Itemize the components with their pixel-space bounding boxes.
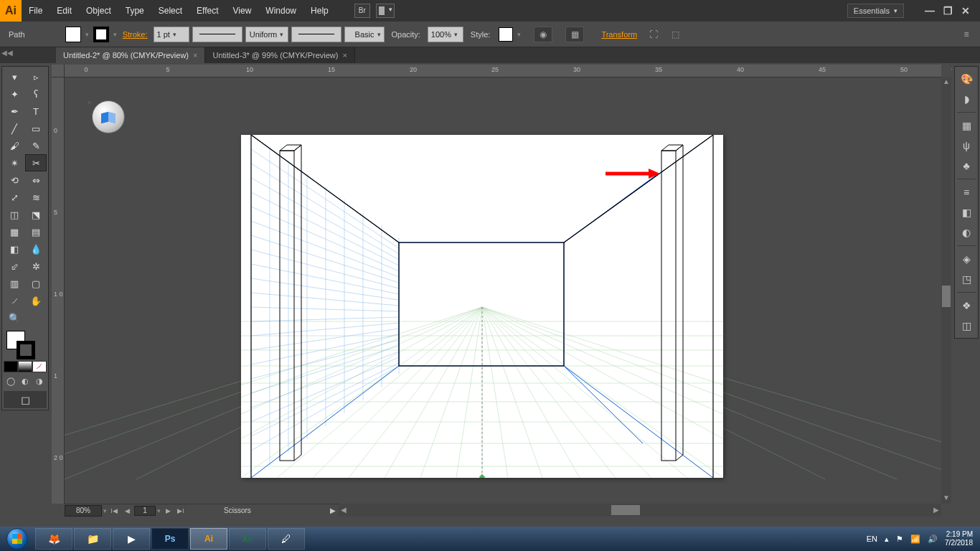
perspective-grid-tool[interactable]: ▦ (4, 223, 25, 240)
minimize-button[interactable]: — (925, 5, 935, 17)
pen-tool[interactable]: ✒ (4, 103, 25, 120)
workspace-switcher[interactable]: Essentials (847, 4, 904, 18)
vertical-scroll-thumb[interactable] (942, 286, 951, 307)
gradient-tool[interactable]: ◧ (4, 240, 25, 258)
profile-dropdown[interactable]: Uniform (245, 27, 288, 42)
horizontal-ruler[interactable]: 0 5 10 15 20 25 30 35 40 45 50 (65, 65, 941, 77)
menu-select[interactable]: Select (151, 0, 189, 22)
brush-dropdown[interactable]: Basic (344, 27, 385, 42)
horizontal-scroll-thumb[interactable] (611, 505, 640, 515)
document-viewport[interactable]: × (65, 77, 941, 504)
prev-artboard-button[interactable]: ◀ (121, 506, 133, 516)
rectangle-tool[interactable]: ▭ (25, 120, 47, 137)
variable-width-profile[interactable] (192, 27, 242, 42)
tray-volume-icon[interactable]: 🔊 (928, 534, 938, 544)
slice-tool[interactable]: ⟋ (4, 292, 25, 309)
align-panel-button[interactable]: ▦ (565, 27, 584, 42)
layers-panel-icon[interactable]: ❖ (956, 296, 976, 315)
perspective-plane-widget[interactable] (92, 100, 125, 133)
blob-brush-tool[interactable]: ✴ (4, 154, 25, 171)
symbols-panel-icon[interactable]: ♣ (956, 156, 976, 175)
type-tool[interactable]: T (25, 103, 47, 120)
collapse-tools-icon[interactable]: ◀◀ (1, 49, 10, 57)
document-tab-1[interactable]: Untitled-2* @ 80% (CMYK/Preview) × (56, 47, 205, 63)
taskbar-photoshop[interactable]: Ps (151, 528, 189, 550)
tray-language[interactable]: EN (867, 534, 877, 543)
eraser-scissors-tool[interactable]: ✂ (25, 154, 47, 171)
draw-modes[interactable]: ◯◐◑ (4, 374, 47, 388)
zoom-tool[interactable]: 🔍 (4, 309, 25, 326)
last-artboard-button[interactable]: ▶I (175, 506, 187, 516)
lasso-tool[interactable]: ʕ (25, 85, 47, 103)
menu-view[interactable]: View (226, 0, 259, 22)
blend-tool[interactable]: ⬃ (4, 258, 25, 275)
arrange-documents-button[interactable] (376, 4, 395, 18)
menu-file[interactable]: File (22, 0, 50, 22)
perspective-widget-close-icon[interactable]: × (88, 99, 95, 106)
symbol-sprayer-tool[interactable]: ✲ (25, 258, 47, 275)
tray-clock[interactable]: 2:19 PM 7/2/2018 (945, 530, 973, 547)
reflect-tool[interactable]: ⇔ (25, 171, 47, 189)
taskbar-app[interactable]: 🖊 (268, 528, 305, 550)
document-tab-2[interactable]: Untitled-3* @ 99% (CMYK/Preview) × (205, 47, 354, 63)
free-transform-tool[interactable]: ◫ (4, 206, 25, 223)
fill-stroke-control[interactable] (4, 329, 47, 361)
paintbrush-tool[interactable]: 🖌 (4, 137, 25, 154)
vertical-ruler[interactable]: 0 5 1 0 1 2 0 (52, 77, 65, 504)
swatches-panel-icon[interactable]: ▦ (956, 116, 976, 135)
menu-window[interactable]: Window (258, 0, 303, 22)
stroke-weight-input[interactable]: 1 pt (154, 27, 189, 42)
width-tool[interactable]: ≋ (25, 189, 47, 206)
color-mode-row[interactable]: ⟋ (4, 361, 47, 374)
color-guide-panel-icon[interactable]: ◗ (956, 90, 976, 108)
ruler-origin[interactable] (52, 65, 65, 77)
transform-panel-link[interactable]: Transform (597, 30, 641, 39)
recolor-artwork-button[interactable]: ◉ (534, 27, 552, 42)
menu-effect[interactable]: Effect (189, 0, 225, 22)
stroke-panel-link[interactable]: Stroke: (120, 30, 151, 39)
taskbar-explorer[interactable]: 📁 (74, 528, 111, 550)
menu-edit[interactable]: Edit (50, 0, 79, 22)
horizontal-scrollbar[interactable]: ◀ ▶ (339, 504, 941, 517)
zoom-level-input[interactable]: 80% (65, 505, 102, 517)
brushes-panel-icon[interactable]: ψ (956, 136, 976, 155)
tray-action-center-icon[interactable]: ⚑ (896, 534, 903, 544)
direct-selection-tool[interactable]: ▹ (25, 68, 47, 85)
gradient-panel-icon[interactable]: ◧ (956, 203, 976, 222)
scale-tool[interactable]: ⤢ (4, 189, 25, 206)
bridge-button[interactable]: Br (354, 4, 370, 18)
scroll-down-icon[interactable]: ▼ (941, 494, 951, 504)
eyedropper-tool[interactable]: 💧 (25, 240, 47, 258)
first-artboard-button[interactable]: I◀ (108, 506, 120, 516)
scroll-left-icon[interactable]: ◀ (339, 504, 349, 517)
brush-preview[interactable] (291, 27, 341, 42)
menu-help[interactable]: Help (303, 0, 336, 22)
line-tool[interactable]: ╱ (4, 120, 25, 137)
status-menu-icon[interactable]: ▶ (330, 507, 336, 514)
fill-swatch[interactable] (65, 27, 81, 42)
artboard-number-input[interactable]: 1 (134, 506, 156, 516)
transparency-panel-icon[interactable]: ◐ (956, 223, 976, 242)
appearance-panel-icon[interactable]: ◈ (956, 250, 976, 268)
close-tab-icon[interactable]: × (342, 51, 347, 60)
magic-wand-tool[interactable]: ✦ (4, 85, 25, 103)
stroke-panel-icon[interactable]: ≡ (956, 183, 976, 202)
style-swatch[interactable] (499, 27, 513, 42)
control-menu-icon[interactable]: ≡ (957, 27, 976, 42)
graphic-styles-panel-icon[interactable]: ◳ (956, 270, 976, 288)
pencil-tool[interactable]: ✎ (25, 137, 47, 154)
stroke-swatch[interactable] (93, 27, 109, 42)
selection-tool[interactable]: ▾ (4, 68, 25, 85)
taskbar-firefox[interactable]: 🦊 (35, 528, 72, 550)
scroll-right-icon[interactable]: ▶ (931, 504, 941, 517)
menu-object[interactable]: Object (79, 0, 118, 22)
edit-clip-button[interactable]: ⬚ (666, 27, 684, 42)
taskbar-mediaplayer[interactable]: ▶ (113, 528, 150, 550)
isolate-button[interactable]: ⛶ (644, 27, 663, 42)
close-tab-icon[interactable]: × (193, 51, 197, 60)
maximize-button[interactable]: ❐ (943, 5, 953, 17)
mesh-tool[interactable]: ▤ (25, 223, 47, 240)
close-button[interactable]: ✕ (961, 5, 970, 17)
menu-type[interactable]: Type (118, 0, 151, 22)
taskbar-illustrator[interactable]: Ai (190, 528, 227, 550)
